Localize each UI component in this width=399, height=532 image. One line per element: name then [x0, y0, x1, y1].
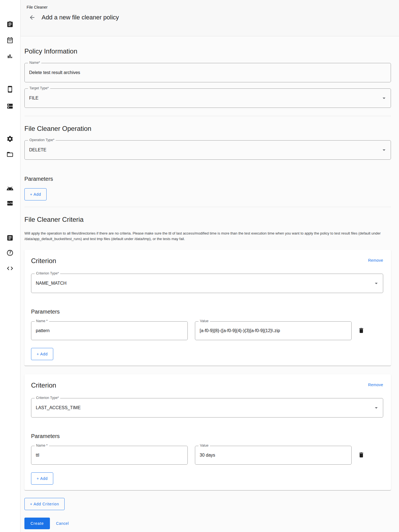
settings-icon[interactable]	[6, 135, 14, 142]
criterion-heading: Criterion	[31, 256, 56, 265]
criterion-parameters-heading: Parameters	[31, 432, 383, 440]
policy-information-heading: Policy Information	[24, 47, 391, 56]
clipboard-icon[interactable]	[6, 21, 14, 28]
parameter-value-field: Value	[195, 446, 352, 465]
delete-parameter-button[interactable]	[358, 452, 365, 459]
delete-parameter-button[interactable]	[358, 327, 365, 334]
criteria-heading: File Cleaner Criteria	[24, 215, 391, 224]
page-title: Add a new file cleaner policy	[42, 14, 119, 21]
operation-type-select[interactable]: Operation Type*	[24, 140, 391, 160]
arrow-back-icon[interactable]	[29, 14, 35, 21]
trash-icon	[358, 452, 365, 458]
parameter-value-field: Value	[195, 321, 352, 340]
app-section-label: File Cleaner	[27, 5, 399, 9]
trash-icon	[358, 327, 365, 334]
criterion-type-value[interactable]	[31, 398, 383, 417]
add-criterion-button[interactable]: + Add Criterion	[24, 498, 65, 510]
article-icon[interactable]	[6, 234, 14, 241]
criteria-description: Will apply the operation to all files/di…	[24, 231, 391, 242]
criterion-type-select[interactable]: Criterion Type*	[31, 398, 383, 418]
remove-criterion-link[interactable]: Remove	[368, 258, 383, 263]
health-monitor-icon[interactable]	[6, 200, 14, 207]
criterion-heading: Criterion	[31, 381, 56, 390]
parameter-value-input[interactable]	[195, 446, 351, 464]
storage-icon[interactable]	[6, 103, 14, 110]
criterion-card: Criterion Remove Criterion Type* Paramet…	[24, 374, 391, 490]
cancel-link[interactable]: Cancel	[56, 521, 69, 526]
operation-add-parameter-button[interactable]: + Add	[24, 188, 47, 200]
smartphone-icon[interactable]	[6, 86, 14, 93]
operation-heading: File Cleaner Operation	[24, 124, 391, 133]
criterion-type-select[interactable]: Criterion Type*	[31, 274, 383, 293]
policy-name-field: Name*	[24, 63, 391, 82]
create-button[interactable]: Create	[24, 518, 50, 529]
code-icon[interactable]	[6, 265, 14, 272]
criterion-card: Criterion Remove Criterion Type* Paramet…	[24, 250, 391, 366]
parameter-name-input[interactable]	[31, 446, 187, 464]
target-type-value[interactable]	[25, 89, 391, 108]
criterion-add-parameter-button[interactable]: + Add	[31, 348, 53, 360]
parameter-name-field: Name *	[31, 321, 188, 340]
operation-type-value[interactable]	[25, 141, 391, 159]
parameter-name-field: Name *	[31, 446, 188, 465]
android-icon[interactable]	[6, 185, 14, 192]
help-icon[interactable]	[6, 249, 14, 256]
target-type-select[interactable]: Target Type*	[24, 88, 391, 108]
parameter-value-input[interactable]	[195, 322, 351, 340]
calendar-icon[interactable]	[6, 37, 14, 44]
criterion-add-parameter-button[interactable]: + Add	[31, 472, 53, 485]
operation-parameters-heading: Parameters	[24, 175, 391, 182]
section-divider	[24, 207, 391, 207]
folder-icon[interactable]	[6, 151, 14, 158]
remove-criterion-link[interactable]: Remove	[368, 383, 383, 387]
criterion-parameters-heading: Parameters	[31, 308, 383, 315]
criterion-type-value[interactable]	[31, 274, 383, 293]
page-header: File Cleaner Add a new file cleaner poli…	[21, 0, 399, 36]
policy-name-input[interactable]	[25, 63, 391, 82]
bar-chart-icon[interactable]	[6, 53, 14, 60]
sidebar	[0, 0, 21, 532]
section-divider	[24, 116, 391, 116]
parameter-name-input[interactable]	[31, 322, 187, 340]
